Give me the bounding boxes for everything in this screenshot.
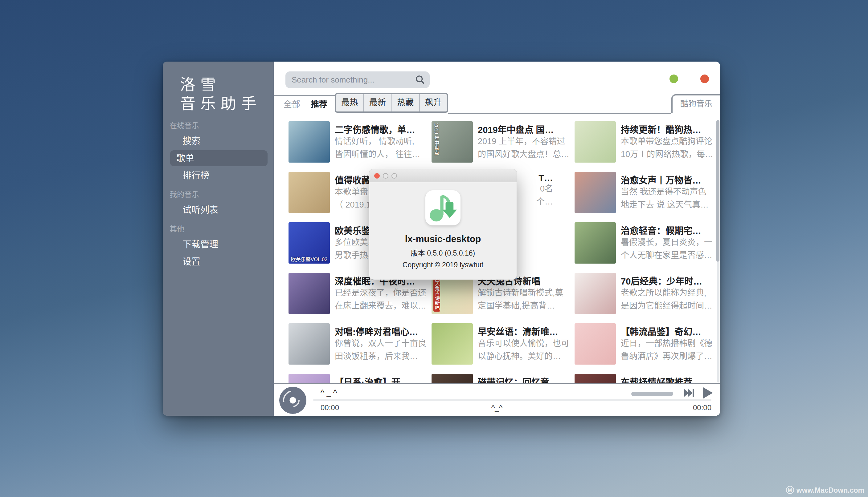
playlist-card[interactable]: 二字伤感情歌，单…情话好听， 情歌动听,皆因听懂的人， 往往… — [289, 121, 426, 162]
window-minimize-dot-icon[interactable] — [670, 74, 678, 83]
playlist-desc-line: 情话好听， 情歌动听, — [335, 136, 426, 148]
total-time: 00:00 — [693, 403, 712, 412]
dialog-minimize-icon[interactable] — [383, 173, 388, 178]
playlist-meta: 治愈轻音：假期宅…暑假漫长，夏日炎炎，一个人无聊在家里是否感… — [621, 222, 712, 264]
tab-飙升[interactable]: 飙升 — [419, 94, 447, 112]
about-dialog-body: lx-music-desktop 版本 0.5.0 (0.5.0.16) Cop… — [369, 190, 516, 269]
about-dialog-titlebar[interactable] — [369, 169, 516, 182]
search-input[interactable] — [286, 71, 420, 88]
playlist-title: 早安丝语：清新唯… — [478, 325, 569, 338]
cover-art-text: 2019 年中盘点 — [433, 123, 439, 155]
tab-recommend[interactable]: 推荐 — [311, 96, 327, 113]
playlist-title: 二字伤感情歌，单… — [335, 123, 426, 136]
cover-art-text: 欧美乐鉴VOL.02 — [289, 257, 330, 262]
scrollbar-thumb[interactable] — [716, 120, 719, 262]
play-button[interactable] — [699, 385, 715, 401]
playlist-cover: 欧美乐鉴VOL.02 — [289, 222, 330, 264]
playlist-card[interactable]: 2019 年中盘点2019年中盘点 国…2019 上半年，不容错过的国风好歌大盘… — [431, 121, 569, 162]
tab-最新[interactable]: 最新 — [363, 94, 391, 112]
tab-divider-bottom — [448, 113, 671, 114]
playlist-title: 持续更新！酷狗热… — [621, 123, 712, 136]
dialog-zoom-icon[interactable] — [391, 173, 397, 178]
progress-bar[interactable] — [313, 399, 712, 401]
playlist-title: 【韩流品鉴】奇幻… — [621, 325, 712, 338]
playlist-cover — [289, 323, 330, 365]
app-logo-line2: 音乐助手 — [180, 94, 274, 113]
scrollbar-track — [717, 262, 719, 382]
playlist-desc-line: 个人无聊在家里是否感… — [621, 249, 712, 262]
sidebar-section: 我的音乐试听列表 — [163, 190, 274, 218]
about-dialog: lx-music-desktop 版本 0.5.0 (0.5.0.16) Cop… — [369, 169, 516, 280]
tab-group: 最热最新热藏飙升 — [335, 93, 448, 113]
tab-热藏[interactable]: 热藏 — [391, 94, 419, 112]
playlist-card[interactable]: 早安丝语：清新唯…音乐可以使人愉悦，也可以静心抚神。美好的… — [431, 323, 569, 365]
playlist-desc-line: 当然 我还是得不动声色 — [621, 186, 712, 199]
playlist-meta: 【韩流品鉴】奇幻…近日，一部热播韩剧《德鲁纳酒店》再次刷爆了… — [621, 323, 712, 365]
sidebar-section: 其他下载管理设置 — [163, 224, 274, 270]
watermark-text: www.MacDown.com — [797, 486, 864, 494]
playlist-desc-line: 暑假漫长，夏日炎炎，一 — [621, 237, 712, 249]
tab-all[interactable]: 全部 — [284, 96, 300, 113]
sidebar-nav: 在线音乐搜索歌单排行榜我的音乐试听列表其他下载管理设置 — [163, 121, 274, 270]
next-track-button[interactable] — [683, 386, 696, 400]
playlist-desc-line: 音乐可以使人愉悦，也可 — [478, 338, 569, 350]
playlist-desc-line: 10万＋的网络热歌，每… — [621, 148, 712, 161]
playlist-cover — [431, 323, 473, 365]
playlist-card[interactable]: 持续更新！酷狗热…本歌单带您盘点酷狗评论10万＋的网络热歌，每… — [575, 121, 712, 162]
sidebar-item[interactable]: 设置 — [170, 254, 267, 270]
playlist-cover — [575, 121, 616, 162]
sidebar-section-label: 在线音乐 — [163, 121, 274, 130]
playlist-card[interactable]: 【韩流品鉴】奇幻…近日，一部热播韩剧《德鲁纳酒店》再次刷爆了… — [575, 323, 712, 365]
playlist-desc-line: 定国学基础,提高背… — [478, 300, 569, 312]
playlist-cover — [289, 273, 330, 314]
app-logo: 洛雪 音乐助手 — [180, 75, 274, 113]
tab-最热[interactable]: 最热 — [336, 94, 363, 112]
desktop: 洛雪 音乐助手 在线音乐搜索歌单排行榜我的音乐试听列表其他下载管理设置 全部 推… — [0, 0, 868, 497]
dialog-app-name: lx-music-desktop — [369, 233, 516, 244]
dialog-copyright: Copyright © 2019 lyswhut — [369, 261, 516, 269]
player-song-title: ^ _ ^ — [320, 388, 337, 397]
playlist-card[interactable]: 治愈轻音：假期宅…暑假漫长，夏日炎炎，一个人无聊在家里是否感… — [575, 222, 712, 264]
playlist-desc-line: 近日，一部热播韩剧《德 — [621, 338, 712, 350]
tab-source-kugou[interactable]: 酷狗音乐 — [671, 94, 720, 113]
playlist-title: 对唱:停眸对君唱心… — [335, 325, 426, 338]
playlist-desc-line: 是因为它能经得起时间… — [621, 300, 712, 312]
playlist-card[interactable]: 70后经典：少年时…老歌之所以能称为经典,是因为它能经得起时间… — [575, 273, 712, 314]
macdown-logo-icon: M — [786, 486, 794, 494]
playlist-desc-line: 皆因听懂的人， 往往… — [335, 148, 426, 161]
sidebar-item[interactable]: 搜索 — [170, 133, 267, 149]
playlist-title: 2019年中盘点 国… — [478, 123, 569, 136]
playlist-desc-line: 鲁纳酒店》再次刷爆了… — [621, 350, 712, 363]
playlist-meta: 对唱:停眸对君唱心…你曾说，双人一子十亩良田淡饭粗茶，后来我… — [335, 323, 426, 365]
playlist-desc-line: 2019 上半年，不容错过 — [478, 136, 569, 148]
playlist-cover — [289, 121, 330, 162]
search-icon[interactable] — [415, 75, 425, 84]
sidebar-item[interactable]: 排行榜 — [170, 168, 267, 184]
volume-slider[interactable] — [631, 392, 673, 396]
window-close-dot-icon[interactable] — [700, 74, 709, 83]
playlist-cover — [575, 273, 616, 314]
playlist-desc-line: 地走下去 说 这天气真… — [621, 199, 712, 211]
playlist-meta: 2019年中盘点 国…2019 上半年，不容错过的国风好歌大盘点！总… — [478, 121, 569, 162]
playlist-desc-line: 已经是深夜了，你是否还 — [335, 287, 426, 300]
playlist-desc-line: 你曾说，双人一子十亩良 — [335, 338, 426, 350]
playlist-desc-line: 田淡饭粗茶，后来我… — [335, 350, 426, 363]
dialog-close-icon[interactable] — [374, 173, 380, 178]
playlist-cover — [575, 222, 616, 264]
sidebar-section-label: 其他 — [163, 224, 274, 234]
playlist-title: 治愈女声丨万物皆… — [621, 173, 712, 186]
playlist-cover: 2019 年中盘点 — [431, 121, 473, 162]
playlist-card[interactable]: 对唱:停眸对君唱心…你曾说，双人一子十亩良田淡饭粗茶，后来我… — [289, 323, 426, 365]
sidebar-section-label: 我的音乐 — [163, 190, 274, 200]
playlist-card[interactable]: 治愈女声丨万物皆…当然 我还是得不动声色地走下去 说 这天气真… — [575, 172, 712, 213]
playlist-meta: 70后经典：少年时…老歌之所以能称为经典,是因为它能经得起时间… — [621, 273, 712, 314]
sidebar-item[interactable]: 下载管理 — [170, 237, 267, 253]
watermark: M www.MacDown.com — [786, 486, 864, 494]
playlist-desc-line: 在床上翻来覆去，难以… — [335, 300, 426, 312]
playlist-cover — [575, 323, 616, 365]
sidebar-item[interactable]: 试听列表 — [170, 202, 267, 218]
sidebar-item[interactable]: 歌单 — [170, 150, 267, 166]
playlist-desc-line: 老歌之所以能称为经典, — [621, 287, 712, 300]
dialog-version: 版本 0.5.0 (0.5.0.16) — [369, 247, 516, 257]
lx-music-app-icon — [425, 190, 460, 225]
